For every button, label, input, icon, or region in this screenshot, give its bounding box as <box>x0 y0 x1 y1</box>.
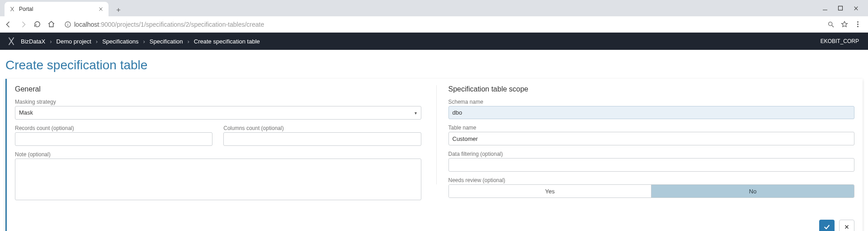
records-count-label: Records count (optional) <box>15 125 212 131</box>
data-filtering-label: Data filtering (optional) <box>448 151 855 157</box>
page-title: Create specification table <box>5 58 863 72</box>
chevron-right-icon: › <box>96 38 98 45</box>
form-actions <box>15 220 854 231</box>
data-filtering-input[interactable] <box>448 158 855 172</box>
breadcrumb-project[interactable]: Demo project <box>57 38 91 45</box>
browser-tabbar: Portal <box>0 0 868 16</box>
window-minimize-icon[interactable] <box>822 5 828 11</box>
svg-point-3 <box>829 22 832 25</box>
nav-back-icon[interactable] <box>5 20 13 29</box>
columns-count-input[interactable] <box>223 132 421 146</box>
section-scope: Specification table scope Schema name db… <box>448 85 855 207</box>
zoom-icon[interactable] <box>827 21 835 28</box>
window-controls <box>822 0 868 16</box>
nav-reload-icon[interactable] <box>33 20 41 28</box>
app-logo-icon <box>6 36 16 46</box>
section-general: General Masking strategy Mask ▾ Records … <box>15 85 421 207</box>
app-header: BizDataX › Demo project › Specifications… <box>0 33 868 50</box>
site-info-icon[interactable] <box>64 21 71 28</box>
new-tab-button[interactable] <box>112 4 125 16</box>
section-general-heading: General <box>15 85 421 93</box>
browser-chrome: Portal localhost:9000/projects/1/spe <box>0 0 868 33</box>
tab-title: Portal <box>19 6 98 12</box>
user-corp-label[interactable]: EKOBIT_CORP <box>821 38 859 44</box>
records-count-input[interactable] <box>15 132 212 146</box>
tab-close-icon[interactable] <box>98 6 104 12</box>
schema-name-field: dbo <box>448 106 855 119</box>
window-maximize-icon[interactable] <box>838 5 843 11</box>
nav-forward-icon[interactable] <box>19 20 27 29</box>
table-name-input[interactable] <box>448 132 855 145</box>
url-text: localhost:9000/projects/1/specifications… <box>74 21 264 28</box>
nav-home-icon[interactable] <box>47 20 55 28</box>
section-scope-heading: Specification table scope <box>448 85 855 93</box>
browser-tab[interactable]: Portal <box>5 2 108 16</box>
breadcrumb-current: Create specification table <box>194 38 260 45</box>
schema-name-label: Schema name <box>448 99 855 105</box>
browser-address-bar: localhost:9000/projects/1/specifications… <box>0 16 868 33</box>
note-textarea[interactable] <box>15 159 421 200</box>
browser-menu-icon[interactable] <box>854 21 861 27</box>
breadcrumb-specifications[interactable]: Specifications <box>102 38 138 45</box>
table-name-label: Table name <box>448 125 855 131</box>
needs-review-no[interactable]: No <box>651 185 854 197</box>
chevron-right-icon: › <box>143 38 145 45</box>
breadcrumb-bizdatax[interactable]: BizDataX <box>21 38 45 45</box>
close-icon <box>844 224 849 230</box>
chevron-right-icon: › <box>187 38 189 45</box>
window-close-icon[interactable] <box>853 5 859 11</box>
svg-rect-0 <box>839 6 843 10</box>
masking-strategy-label: Masking strategy <box>15 99 421 105</box>
note-label: Note (optional) <box>15 151 421 158</box>
bookmark-star-icon[interactable] <box>841 21 848 28</box>
tab-favicon <box>9 6 15 12</box>
page-content: Create specification table General Maski… <box>0 50 868 231</box>
check-icon <box>823 223 830 231</box>
breadcrumb-specification[interactable]: Specification <box>150 38 183 45</box>
needs-review-label: Needs review (optional) <box>448 177 855 183</box>
chevron-right-icon: › <box>50 38 52 45</box>
address-field[interactable]: localhost:9000/projects/1/specifications… <box>61 18 822 31</box>
needs-review-toggle: Yes No <box>448 184 855 198</box>
svg-point-2 <box>67 23 68 23</box>
form-card: General Masking strategy Mask ▾ Records … <box>5 79 863 231</box>
needs-review-yes[interactable]: Yes <box>449 185 651 197</box>
masking-strategy-select[interactable]: Mask <box>15 106 421 120</box>
cancel-button[interactable] <box>839 220 854 231</box>
breadcrumb: BizDataX › Demo project › Specifications… <box>21 38 260 45</box>
confirm-button[interactable] <box>819 220 835 231</box>
columns-count-label: Columns count (optional) <box>223 125 421 131</box>
